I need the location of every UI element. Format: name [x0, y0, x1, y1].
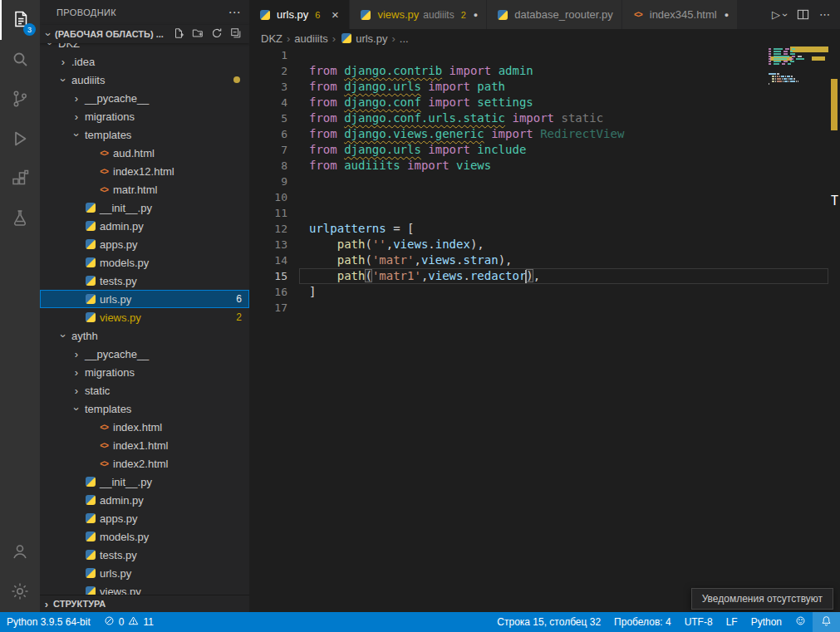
status-problems[interactable]: 011 [97, 612, 160, 632]
outline-label: СТРУКТУРА [53, 599, 106, 609]
code-token [449, 159, 456, 172]
status-python-version[interactable]: Python 3.9.5 64-bit [0, 612, 97, 632]
code-token [337, 159, 344, 172]
tree-file-matr.html[interactable]: <>matr.html [40, 180, 249, 198]
file-label: apps.py [100, 238, 138, 251]
breadcrumb-item-audiiits[interactable]: audiiits [294, 32, 327, 45]
file-label: admin.py [100, 494, 144, 507]
tree-file-models.py[interactable]: models.py [40, 253, 249, 272]
file-label: index12.html [113, 165, 174, 178]
run-dropdown-button[interactable]: › [779, 13, 791, 17]
new-folder-button[interactable] [190, 27, 204, 42]
collapse-all-button[interactable] [228, 27, 243, 42]
tree-file-apps.py[interactable]: apps.py [40, 235, 249, 253]
tree-file-models.py[interactable]: models.py [40, 527, 249, 546]
tree-file-__init__.py[interactable]: __init__.py [40, 473, 249, 491]
tree-folder-.idea[interactable]: ›.idea [40, 52, 249, 71]
activity-run-debug-button[interactable] [0, 120, 40, 159]
editor-scrollbar[interactable]: T [828, 0, 840, 612]
file-label: index.html [113, 421, 162, 434]
tree-folder-templates[interactable]: ›templates [40, 125, 249, 144]
new-file-button[interactable] [171, 27, 185, 42]
code-token: import [449, 64, 492, 77]
code-token: path [337, 253, 366, 267]
tree-file-urls.py[interactable]: urls.py6 [40, 290, 249, 308]
file-label: static [85, 385, 110, 397]
html-file-icon: <> [96, 459, 111, 468]
tree-folder-__pycache__[interactable]: ›__pycache__ [40, 89, 249, 107]
tree-file-index2.html[interactable]: <>index2.html [40, 454, 249, 473]
activity-extensions-button[interactable] [0, 159, 40, 199]
tree-file-aud.html[interactable]: <>aud.html [40, 144, 249, 162]
explorer-sidebar: ПРОВОДНИК ⋯ › (РАБОЧАЯ ОБЛАСТЬ) ... ›DKZ… [40, 0, 249, 612]
tree-folder-audiiits[interactable]: ›audiiits [40, 71, 249, 89]
warning-squiggle-token: django.conf [344, 96, 421, 109]
split-editor-button[interactable] [797, 8, 809, 21]
code-token: ( [365, 253, 371, 267]
refresh-button[interactable] [209, 27, 224, 42]
tree-file-index.html[interactable]: <>index.html [40, 418, 249, 436]
sidebar-title: ПРОВОДНИК [56, 7, 116, 17]
notification-text: Уведомления отсутствуют [702, 593, 823, 605]
sidebar-header: ПРОВОДНИК ⋯ [40, 0, 249, 25]
code-token: . [463, 269, 469, 282]
breadcrumb-item-DKZ[interactable]: DKZ [261, 32, 282, 45]
status-feedback[interactable] [788, 612, 813, 632]
activity-search-button[interactable] [0, 40, 40, 80]
line-number: 8 [249, 158, 299, 174]
tree-file-__init__.py[interactable]: __init__.py [40, 198, 249, 217]
warning-squiggle-token: django.urls [344, 80, 421, 93]
chevron-right-icon: › [70, 348, 83, 360]
activity-account-button[interactable] [0, 532, 40, 572]
tree-file-admin.py[interactable]: admin.py [40, 217, 249, 235]
code-editor[interactable]: 12from django.contrib import admin3from … [249, 47, 828, 612]
code-token: urlpatterns [309, 222, 386, 235]
activity-testing-button[interactable] [0, 199, 40, 239]
status-notifications-bell[interactable] [813, 612, 840, 632]
tree-folder-templates[interactable]: ›templates [40, 399, 249, 418]
tree-folder-__pycache__[interactable]: ›__pycache__ [40, 345, 249, 363]
activity-settings-button[interactable] [0, 572, 40, 612]
tree-file-views.py[interactable]: views.py2 [40, 308, 249, 326]
minimap[interactable] [769, 46, 828, 87]
tab-urls.py[interactable]: urls.py6× [249, 0, 350, 29]
tab-index345.html[interactable]: <>index345.html● [622, 0, 738, 29]
status-eol[interactable]: LF [720, 612, 744, 632]
code-token [337, 143, 344, 156]
html-file-icon: <> [96, 149, 111, 158]
chevron-down-icon: › [42, 27, 55, 41]
line-content: urlpatterns = [ [299, 221, 828, 237]
tree-file-urls.py[interactable]: urls.py [40, 564, 249, 582]
status-encoding[interactable]: UTF-8 [678, 612, 720, 632]
status-cursor-position[interactable]: Строка 15, столбец 32 [490, 612, 607, 632]
python-file-icon [83, 312, 98, 322]
breadcrumb-separator: › [332, 32, 336, 45]
breadcrumb-item-...[interactable]: ... [400, 32, 409, 45]
status-indentation[interactable]: Пробелов: 4 [607, 612, 678, 632]
minimap-line [769, 66, 828, 67]
tree-file-tests.py[interactable]: tests.py [40, 546, 249, 564]
tree-file-admin.py[interactable]: admin.py [40, 491, 249, 509]
breadcrumb-item-urls.py[interactable]: urls.py [340, 32, 387, 45]
tab-views.py[interactable]: views.pyaudiiits2● [350, 0, 487, 29]
activity-explorer-button[interactable]: 3 [0, 0, 40, 40]
close-icon[interactable]: × [329, 7, 341, 22]
tree-file-index12.html[interactable]: <>index12.html [40, 162, 249, 180]
tree-folder-migrations[interactable]: ›migrations [40, 363, 249, 381]
activity-source-control-button[interactable] [0, 80, 40, 120]
code-token: static [561, 111, 603, 125]
outline-section-header[interactable]: › СТРУКТУРА [40, 595, 249, 612]
tree-file-tests.py[interactable]: tests.py [40, 272, 249, 290]
code-line: 14 path('matr',views.stran), [249, 252, 828, 268]
tree-folder-static[interactable]: ›static [40, 381, 249, 399]
tree-file-index1.html[interactable]: <>index1.html [40, 436, 249, 454]
tab-database_roouter.py[interactable]: database_roouter.py [487, 0, 622, 29]
testing-icon [10, 208, 30, 231]
tree-folder-migrations[interactable]: ›migrations [40, 107, 249, 125]
status-language-mode[interactable]: Python [744, 612, 788, 632]
tree-folder-aythh[interactable]: ›aythh [40, 326, 249, 345]
line-number: 4 [249, 95, 299, 110]
workspace-section-header[interactable]: › (РАБОЧАЯ ОБЛАСТЬ) ... [40, 25, 249, 43]
tree-file-apps.py[interactable]: apps.py [40, 509, 249, 527]
more-actions-icon[interactable]: ⋯ [228, 5, 241, 20]
